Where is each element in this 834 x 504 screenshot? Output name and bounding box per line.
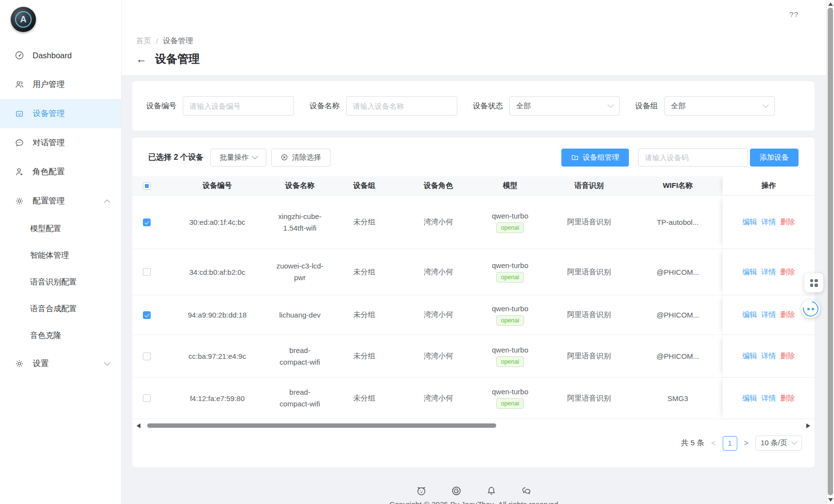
device-group-value: 全部: [671, 101, 686, 111]
model-provider-tag: openai: [496, 272, 524, 283]
cell-model: qwen-turbo openai: [475, 378, 545, 419]
gitee-icon[interactable]: [451, 486, 462, 496]
device-group-manage-button[interactable]: 设备组管理: [561, 149, 629, 167]
scroll-down-arrow-icon[interactable]: [828, 498, 833, 502]
model-name: qwen-turbo: [492, 304, 528, 313]
scroll-right-arrow-icon[interactable]: [806, 423, 810, 428]
floating-assistant-button[interactable]: [801, 300, 820, 318]
cell-wifi: TP-autobol...: [633, 196, 723, 249]
scroll-up-arrow-icon[interactable]: [828, 2, 833, 6]
device-code-input[interactable]: [183, 96, 294, 116]
sidebar-subitem-voice-clone[interactable]: 音色克隆: [0, 322, 121, 349]
cell-actions: 编辑 详情 删除: [723, 196, 815, 249]
cell-asr: 阿里语音识别: [545, 335, 633, 377]
sidebar-item-label: Dashboard: [33, 51, 72, 60]
detail-link[interactable]: 详情: [762, 352, 776, 361]
sidebar-item-user-management[interactable]: 用户管理: [0, 70, 121, 99]
col-header-asr: 语音识别: [545, 176, 633, 195]
back-arrow-icon[interactable]: ←: [136, 54, 147, 65]
row-checkbox[interactable]: [143, 353, 151, 360]
model-provider-tag: openai: [496, 398, 524, 409]
breadcrumb-home[interactable]: 首页: [136, 36, 151, 46]
edit-link[interactable]: 编辑: [743, 218, 757, 227]
delete-link[interactable]: 删除: [781, 218, 795, 227]
detail-link[interactable]: 详情: [762, 268, 776, 277]
delete-link[interactable]: 删除: [781, 352, 795, 361]
wechat-icon[interactable]: [521, 486, 532, 496]
sidebar-item-settings[interactable]: 设置: [0, 349, 121, 378]
help-indicator[interactable]: ??: [789, 10, 799, 18]
pagination-page-1[interactable]: 1: [723, 436, 737, 451]
page-size-select[interactable]: 10 条/页: [755, 436, 802, 451]
model-name: qwen-turbo: [492, 261, 528, 269]
row-checkbox[interactable]: [143, 218, 151, 226]
batch-actions-label: 批量操作: [220, 153, 249, 162]
bell-icon[interactable]: [486, 486, 497, 496]
clear-selection-button[interactable]: 清除选择: [271, 149, 330, 167]
pagination-prev-button[interactable]: <: [711, 439, 715, 448]
edit-link[interactable]: 编辑: [743, 394, 757, 403]
col-header-device-role: 设备角色: [402, 176, 475, 195]
scroll-left-arrow-icon[interactable]: [137, 423, 140, 428]
edit-link[interactable]: 编辑: [743, 268, 757, 277]
breadcrumb: 首页 / 设备管理: [136, 36, 826, 46]
sidebar-subitem-asr-config[interactable]: 语音识别配置: [0, 269, 121, 296]
device-status-label: 设备状态: [473, 101, 503, 111]
github-icon[interactable]: [416, 486, 427, 496]
row-checkbox[interactable]: [143, 268, 151, 276]
detail-link[interactable]: 详情: [762, 310, 776, 319]
sidebar-item-role-config[interactable]: 角色配置: [0, 157, 121, 186]
cell-device-group: 未分组: [327, 378, 402, 419]
cell-device-role: 湾湾小何: [402, 196, 475, 249]
clear-selection-label: 清除选择: [292, 153, 321, 162]
cell-device-group: 未分组: [327, 335, 402, 377]
detail-link[interactable]: 详情: [762, 218, 776, 227]
row-checkbox[interactable]: [143, 311, 151, 319]
cell-asr: 阿里语音识别: [545, 249, 633, 295]
detail-link[interactable]: 详情: [762, 394, 776, 403]
edit-link[interactable]: 编辑: [743, 310, 757, 319]
folder-icon: [571, 153, 579, 161]
breadcrumb-current: 设备管理: [163, 36, 193, 46]
pagination-next-button[interactable]: >: [744, 439, 748, 448]
cell-actions: 编辑 详情 删除: [723, 295, 815, 335]
delete-link[interactable]: 删除: [781, 268, 795, 277]
sidebar-item-conversation-management[interactable]: 对话管理: [0, 128, 121, 157]
grid-icon: [810, 279, 818, 287]
sidebar-item-config-management[interactable]: 配置管理: [0, 186, 121, 216]
selected-count-text: 已选择 2 个设备: [148, 152, 204, 163]
device-status-select[interactable]: 全部: [509, 96, 620, 116]
sidebar-subitem-model-config[interactable]: 模型配置: [0, 216, 121, 242]
batch-actions-button[interactable]: 批量操作: [210, 149, 266, 167]
chevron-down-icon: [104, 359, 110, 366]
horizontal-scroll-track[interactable]: [142, 423, 804, 428]
cell-device-code: 34:cd:b0:af:b2:0c: [161, 249, 273, 295]
col-header-model: 模型: [475, 176, 545, 195]
row-checkbox[interactable]: [143, 394, 151, 402]
sidebar-item-device-management[interactable]: 设备管理: [0, 99, 121, 128]
edit-link[interactable]: 编辑: [743, 352, 757, 361]
cell-device-group: 未分组: [327, 249, 402, 295]
vertical-scroll-thumb[interactable]: [828, 8, 833, 495]
col-header-actions: 操作: [723, 176, 815, 195]
chevron-down-icon: [791, 438, 798, 445]
delete-link[interactable]: 删除: [781, 394, 795, 403]
device-name-input[interactable]: [346, 96, 457, 116]
add-device-button[interactable]: 添加设备: [750, 149, 799, 167]
device-name-label: 设备名称: [310, 101, 340, 111]
vertical-scrollbar[interactable]: [826, 0, 834, 504]
select-all-checkbox[interactable]: [143, 182, 151, 190]
delete-link[interactable]: 删除: [781, 310, 795, 319]
add-device-code-input[interactable]: [638, 148, 748, 167]
device-group-select[interactable]: 全部: [664, 96, 775, 116]
pagination-total: 共 5 条: [681, 438, 704, 448]
sidebar-subitem-tts-config[interactable]: 语音合成配置: [0, 296, 121, 322]
sidebar-item-dashboard[interactable]: Dashboard: [0, 41, 121, 70]
col-header-device-name: 设备名称: [273, 176, 327, 195]
model-name: qwen-turbo: [492, 346, 528, 354]
sidebar-subitem-label: 语音识别配置: [30, 277, 77, 287]
device-group-label: 设备组: [635, 101, 658, 111]
floating-grid-button[interactable]: [804, 273, 823, 292]
sidebar-subitem-agent-management[interactable]: 智能体管理: [0, 242, 121, 269]
horizontal-scroll-thumb[interactable]: [147, 423, 496, 428]
